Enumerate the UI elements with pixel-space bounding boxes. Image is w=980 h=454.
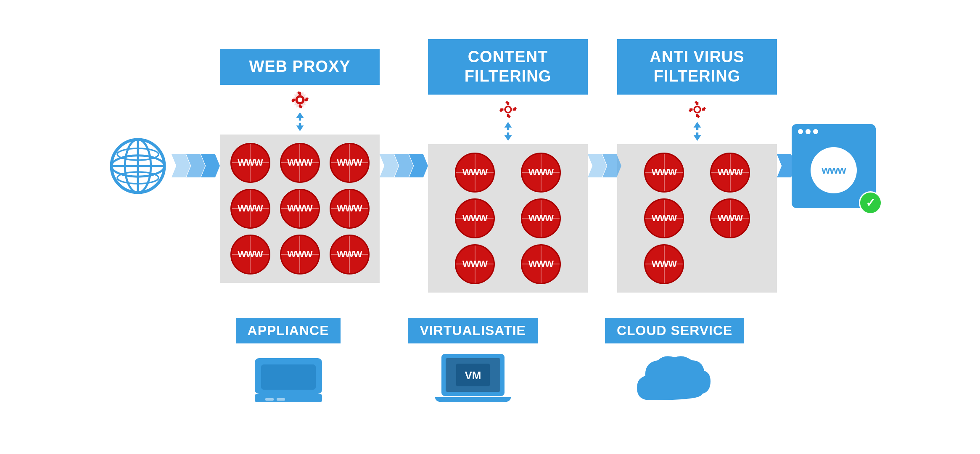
chevron-group-4 [777, 154, 792, 177]
www-ball: www [521, 198, 561, 238]
www-ball: www [455, 198, 495, 238]
cloud-service-item: CLOUD SERVICE [605, 318, 745, 415]
svg-marker-30 [504, 132, 512, 141]
svg-point-8 [298, 98, 302, 102]
www-ball: www [330, 235, 370, 275]
arrows-icon [690, 122, 705, 141]
www-ball: www [644, 198, 684, 238]
www-ball: www [455, 244, 495, 284]
svg-marker-18 [296, 123, 304, 131]
final-screen: www ✓ [792, 124, 876, 208]
arrows-icon [293, 112, 307, 131]
arrows-icon [501, 122, 515, 141]
gear-icon [686, 98, 709, 121]
dot-icon [798, 129, 803, 134]
chevron-icon [588, 154, 607, 177]
gear-icon [497, 98, 520, 121]
globe-container [104, 132, 172, 200]
dot-icon [806, 129, 811, 134]
www-ball: www [521, 244, 561, 284]
www-ball: www [521, 153, 561, 193]
svg-rect-44 [261, 364, 316, 390]
chevron-group-2 [380, 154, 428, 177]
appliance-item: APPLIANCE [236, 318, 341, 415]
antivirus-gear [686, 98, 709, 141]
bottom-section: APPLIANCE VIRTUALISATIE [28, 318, 953, 415]
www-ball: www [280, 235, 320, 275]
cloud-service-icon [633, 348, 717, 415]
virtualisatie-icon: VM [431, 348, 515, 415]
appliance-svg [246, 350, 330, 413]
svg-point-32 [695, 107, 700, 112]
final-www-ball: www [811, 147, 857, 193]
svg-rect-45 [255, 394, 322, 402]
web-proxy-column: WEB PROXY [220, 49, 380, 283]
svg-text:VM: VM [465, 369, 481, 382]
www-ball: www [710, 198, 750, 238]
checkmark-icon: ✓ [859, 191, 882, 214]
www-ball: www [280, 143, 320, 183]
virtualisatie-item: VIRTUALISATIE VM [408, 318, 537, 415]
content-filtering-grid: www www www www www www [428, 144, 588, 293]
svg-marker-17 [296, 112, 304, 121]
dot-icon [813, 129, 818, 134]
content-filtering-gear [497, 98, 520, 141]
web-proxy-header: WEB PROXY [220, 49, 380, 85]
www-ball: www [230, 143, 270, 183]
web-proxy-grid: www www www www www www www www www [220, 135, 380, 283]
www-ball: www [710, 153, 750, 193]
svg-marker-29 [504, 122, 512, 130]
www-ball: www [230, 235, 270, 275]
chevron-icon [380, 154, 399, 177]
appliance-label: APPLIANCE [236, 318, 341, 343]
svg-marker-41 [693, 122, 701, 130]
antivirus-column: ANTI VIRUS FILTERING [617, 39, 777, 292]
chevron-icon [172, 154, 190, 177]
www-ball: www [230, 189, 270, 229]
antivirus-grid: www www www www www [617, 144, 777, 293]
chevron-group-1 [172, 154, 220, 177]
content-filtering-column: CONTENT FILTERING [428, 39, 588, 292]
www-ball: www [455, 153, 495, 193]
appliance-icon [246, 348, 330, 415]
svg-rect-47 [277, 398, 285, 401]
screen-dots [798, 129, 818, 134]
virtualisatie-label: VIRTUALISATIE [408, 318, 537, 343]
www-ball: www [280, 189, 320, 229]
top-section: WEB PROXY [28, 39, 953, 292]
web-proxy-gear [288, 88, 312, 131]
www-ball: www [330, 189, 370, 229]
main-container: WEB PROXY [28, 17, 953, 437]
cloud-svg [633, 350, 717, 413]
svg-point-20 [506, 107, 510, 112]
svg-rect-46 [265, 398, 274, 401]
cloud-service-label: CLOUD SERVICE [605, 318, 745, 343]
antivirus-header: ANTI VIRUS FILTERING [617, 39, 777, 94]
www-ball: www [330, 143, 370, 183]
globe-icon [108, 137, 167, 195]
chevron-group-3 [588, 154, 617, 177]
www-ball: www [644, 244, 684, 284]
virtualisatie-svg: VM [431, 348, 515, 415]
svg-marker-42 [693, 132, 701, 141]
gear-icon [288, 88, 312, 111]
www-ball: www [644, 153, 684, 193]
content-filtering-header: CONTENT FILTERING [428, 39, 588, 94]
